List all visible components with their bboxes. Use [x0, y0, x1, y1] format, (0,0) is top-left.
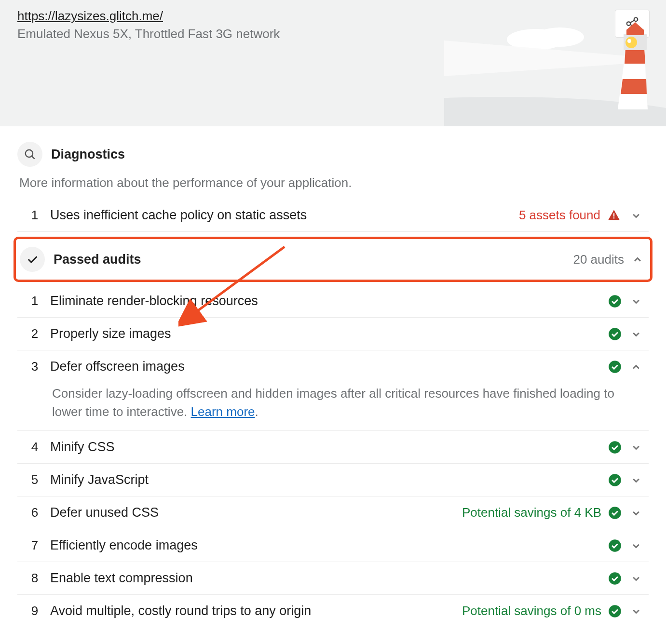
audit-number: 6	[19, 505, 50, 520]
audit-description: Consider lazy-loading offscreen and hidd…	[17, 383, 649, 431]
passed-audit-row[interactable]: 8 Enable text compression	[17, 562, 649, 595]
audit-number: 8	[19, 571, 50, 586]
svg-point-30	[609, 572, 621, 585]
check-icon-circle	[20, 247, 45, 272]
svg-point-29	[609, 539, 621, 552]
search-icon	[24, 148, 36, 161]
audit-desc-period: .	[255, 404, 258, 419]
passed-audit-row[interactable]: 5 Minify JavaScript	[17, 464, 649, 496]
audit-title: Defer offscreen images	[50, 359, 608, 374]
svg-point-31	[609, 605, 621, 617]
audit-number: 1	[19, 208, 50, 223]
pass-icon	[608, 441, 622, 454]
svg-point-16	[627, 39, 631, 43]
audit-title: Minify JavaScript	[50, 472, 608, 487]
pass-icon	[608, 539, 622, 552]
diagnostics-title: Diagnostics	[51, 147, 125, 162]
pass-icon	[608, 572, 622, 585]
chevron-down-icon	[629, 506, 643, 520]
audit-title: Efficiently encode images	[50, 538, 608, 553]
svg-point-6	[536, 27, 584, 47]
lighthouse-logo	[444, 15, 666, 126]
chevron-up-icon	[631, 253, 644, 266]
passed-audits-header[interactable]: Passed audits 20 audits	[14, 237, 652, 282]
report-header: https://lazysizes.glitch.me/ Emulated Ne…	[0, 0, 666, 126]
check-icon	[26, 253, 39, 266]
svg-point-19	[26, 150, 33, 157]
pass-icon	[608, 295, 622, 308]
chevron-down-icon	[629, 295, 643, 308]
learn-more-link[interactable]: Learn more	[191, 404, 255, 419]
audit-title: Defer unused CSS	[50, 505, 462, 520]
svg-point-24	[609, 328, 621, 340]
svg-point-26	[609, 441, 621, 454]
diagnostics-section-header: Diagnostics	[17, 136, 649, 173]
diagnostics-description: More information about the performance o…	[19, 175, 649, 190]
audit-number: 2	[19, 326, 50, 341]
pass-icon	[608, 506, 622, 520]
chevron-up-icon	[629, 360, 643, 374]
audit-meta: 5 assets found	[519, 208, 600, 223]
pass-icon	[608, 604, 622, 618]
passed-audit-row[interactable]: 9 Avoid multiple, costly round trips to …	[17, 595, 649, 621]
audit-number: 1	[19, 294, 50, 309]
passed-audit-row[interactable]: 1 Eliminate render-blocking resources	[17, 285, 649, 318]
chevron-down-icon	[629, 441, 643, 454]
passed-audit-row[interactable]: 4 Minify CSS	[17, 431, 649, 464]
svg-point-27	[609, 474, 621, 486]
passed-audit-row[interactable]: 6 Defer unused CSS Potential savings of …	[17, 496, 649, 529]
svg-point-25	[609, 361, 621, 373]
pass-icon	[608, 360, 622, 374]
audit-title: Properly size images	[50, 326, 608, 341]
passed-audits-title: Passed audits	[54, 252, 573, 267]
passed-audits-count: 20 audits	[573, 252, 624, 267]
audit-title: Minify CSS	[50, 440, 608, 455]
chevron-down-icon	[629, 572, 643, 585]
audit-meta: Potential savings of 0 ms	[462, 604, 601, 618]
audit-number: 9	[19, 604, 50, 618]
audit-meta: Potential savings of 4 KB	[462, 505, 601, 520]
svg-rect-22	[613, 217, 614, 218]
report-url-link[interactable]: https://lazysizes.glitch.me/	[17, 9, 163, 24]
svg-rect-17	[626, 29, 644, 35]
passed-audit-row[interactable]: 7 Efficiently encode images	[17, 529, 649, 562]
svg-marker-13	[618, 94, 648, 109]
chevron-down-icon	[629, 209, 643, 222]
audit-title: Avoid multiple, costly round trips to an…	[50, 604, 462, 618]
chevron-down-icon	[629, 473, 643, 487]
audit-desc-text: Consider lazy-loading offscreen and hidd…	[52, 386, 614, 419]
pass-icon	[608, 473, 622, 487]
audit-number: 7	[19, 538, 50, 553]
chevron-down-icon	[629, 539, 643, 552]
svg-point-28	[609, 507, 621, 519]
svg-point-15	[625, 37, 637, 48]
svg-marker-18	[626, 22, 644, 30]
passed-audit-row[interactable]: 3 Defer offscreen images	[17, 350, 649, 383]
svg-point-23	[609, 295, 621, 308]
svg-line-20	[32, 156, 35, 159]
search-icon-circle	[17, 142, 42, 167]
audit-title: Eliminate render-blocking resources	[50, 294, 608, 309]
chevron-down-icon	[629, 604, 643, 618]
audit-number: 3	[19, 359, 50, 374]
passed-audit-row[interactable]: 2 Properly size images	[17, 318, 649, 350]
audit-title: Uses inefficient cache policy on static …	[50, 208, 519, 223]
svg-marker-11	[623, 64, 646, 79]
svg-marker-10	[625, 48, 645, 64]
diagnostics-audit-row[interactable]: 1 Uses inefficient cache policy on stati…	[17, 199, 649, 232]
audit-number: 4	[19, 440, 50, 455]
audit-number: 5	[19, 472, 50, 487]
pass-icon	[608, 327, 622, 341]
svg-marker-12	[621, 79, 647, 94]
audit-title: Enable text compression	[50, 571, 608, 586]
svg-rect-21	[613, 213, 614, 216]
warning-icon	[607, 209, 621, 222]
chevron-down-icon	[629, 327, 643, 341]
